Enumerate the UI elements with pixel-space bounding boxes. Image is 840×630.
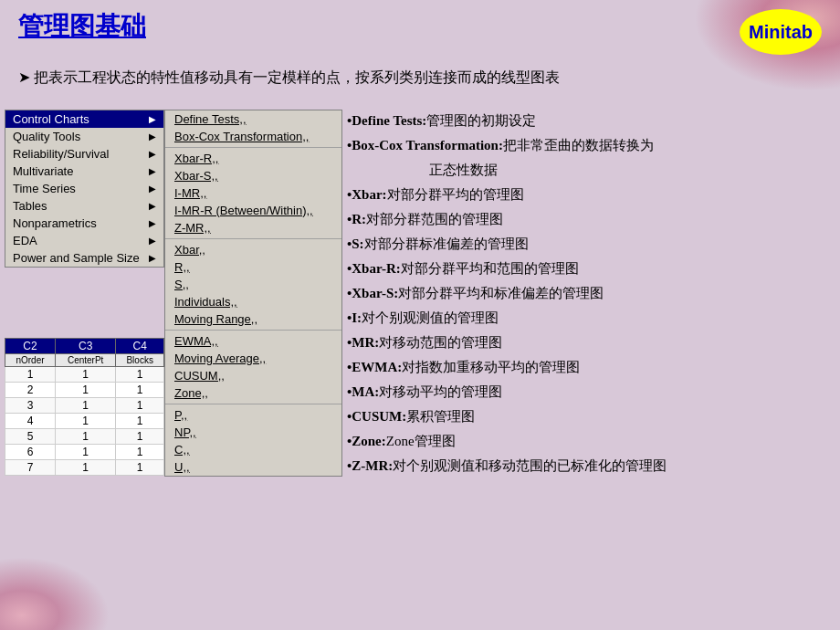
minitab-logo: Minitab — [740, 9, 822, 55]
submenu-box-cox[interactable]: Box-Cox Transformation,, — [165, 128, 341, 145]
arrow-icon-7: ▶ — [149, 236, 156, 246]
table-cell-3-1: 1 — [55, 414, 115, 429]
content-label: •Xbar-S: — [347, 286, 398, 300]
sidebar-label-power-sample: Power and Sample Size — [13, 251, 140, 265]
table-row: 611 — [5, 445, 164, 460]
submenu-xbar-s[interactable]: Xbar-S,, — [165, 167, 341, 184]
table-cell-3-0: 4 — [5, 414, 56, 429]
sidebar-item-reliability[interactable]: Reliability/Survival ▶ — [5, 145, 163, 163]
content-desc: 对指数加重移动平均的管理图 — [402, 360, 580, 374]
content-desc: Zone管理图 — [386, 434, 456, 448]
arrow-icon-4: ▶ — [149, 184, 156, 194]
table-row: 711 — [5, 460, 164, 476]
content-label: •R: — [347, 212, 366, 226]
table-row: 411 — [5, 414, 164, 429]
content-label: •MA: — [347, 384, 379, 399]
content-label: •Xbar-R: — [347, 261, 401, 276]
content-label: •Zone: — [347, 434, 386, 448]
content-desc: 对个别观测值和移动范围的已标准化的管理图 — [393, 458, 667, 473]
submenu-u[interactable]: U,, — [165, 458, 341, 476]
content-label: •S: — [347, 236, 364, 251]
table-cell-2-0: 3 — [5, 398, 56, 414]
submenu-imr[interactable]: I-MR,, — [165, 184, 341, 202]
content-desc: 对部分群标准偏差的管理图 — [364, 236, 529, 251]
content-label: •Box-Cox Transformation: — [347, 138, 503, 152]
submenu-define-tests[interactable]: Define Tests,, — [165, 110, 341, 128]
sidebar-label-quality-tools: Quality Tools — [13, 130, 80, 143]
content-item: •Xbar:对部分群平均的管理图 — [347, 184, 831, 205]
sidebar-item-tables[interactable]: Tables ▶ — [5, 197, 163, 215]
content-desc: 管理图的初期设定 — [426, 113, 536, 128]
submenu-cusum[interactable]: CUSUM,, — [165, 367, 341, 384]
submenu-zone[interactable]: Zone,, — [165, 384, 341, 402]
submenu-xbar[interactable]: Xbar,, — [165, 241, 341, 258]
content-item: •CUSUM:累积管理图 — [347, 405, 831, 427]
submenu-xbar-r[interactable]: Xbar-R,, — [165, 150, 341, 167]
submenu-imr-r[interactable]: I-MR-R (Between/Within),, — [165, 202, 341, 219]
content-item: •MR:对移动范围的管理图 — [347, 331, 831, 353]
submenu-ewma[interactable]: EWMA,, — [165, 332, 341, 350]
table-cell-0-1: 1 — [55, 367, 115, 383]
content-item: •Xbar-R:对部分群平均和范围的管理图 — [347, 257, 831, 279]
submenu-r[interactable]: R,, — [165, 258, 341, 276]
col-sub-blocks: Blocks — [116, 354, 164, 367]
table-cell-5-0: 6 — [5, 445, 56, 460]
content-desc: 对部分群平均的管理图 — [387, 187, 524, 202]
arrow-icon-5: ▶ — [149, 201, 156, 211]
separator-2 — [165, 238, 341, 239]
sidebar-label-eda: EDA — [13, 234, 37, 247]
table-cell-4-0: 5 — [5, 429, 56, 445]
table-cell-0-2: 1 — [116, 367, 164, 383]
content-label: •I: — [347, 310, 362, 325]
col-sub-norder: nOrder — [5, 354, 56, 367]
arrow-icon-3: ▶ — [149, 166, 156, 176]
sidebar-label-multivariate: Multivariate — [13, 164, 73, 178]
submenu-moving-range[interactable]: Moving Range,, — [165, 310, 341, 328]
content-desc: 对移动平均的管理图 — [379, 384, 502, 399]
sidebar-item-control-charts[interactable]: Control Charts ▶ — [5, 110, 163, 128]
sidebar-item-quality-tools[interactable]: Quality Tools ▶ — [5, 128, 163, 145]
sidebar-item-multivariate[interactable]: Multivariate ▶ — [5, 163, 163, 180]
data-table: C2 C3 C4 nOrder CenterPt Blocks 11121131… — [5, 338, 164, 476]
table-cell-1-0: 2 — [5, 383, 56, 398]
content-desc: 对部分群范围的管理图 — [366, 212, 503, 226]
data-table-area: C2 C3 C4 nOrder CenterPt Blocks 11121131… — [5, 338, 164, 476]
sidebar-item-power-sample[interactable]: Power and Sample Size ▶ — [5, 249, 163, 267]
separator-3 — [165, 330, 341, 331]
content-item: 正态性数据 — [347, 159, 831, 181]
sidebar-label-time-series: Time Series — [13, 182, 76, 195]
submenu-s[interactable]: S,, — [165, 276, 341, 293]
submenu-c[interactable]: C,, — [165, 441, 341, 458]
submenu-p[interactable]: P,, — [165, 406, 341, 424]
submenu-moving-average[interactable]: Moving Average,, — [165, 350, 341, 367]
content-item: •R:对部分群范围的管理图 — [347, 208, 831, 230]
sidebar-label-nonparametrics: Nonparametrics — [13, 216, 97, 230]
submenu-zmr[interactable]: Z-MR,, — [165, 219, 341, 236]
table-row: 311 — [5, 398, 164, 414]
content-label: •Z-MR: — [347, 458, 393, 473]
col-header-c4: C4 — [116, 339, 164, 354]
submenu: Define Tests,, Box-Cox Transformation,, … — [164, 110, 342, 477]
header: 管理图基础 — [18, 9, 146, 44]
content-item: •Xbar-S:对部分群平均和标准偏差的管理图 — [347, 282, 831, 304]
table-cell-2-1: 1 — [55, 398, 115, 414]
content-item: •EWMA:对指数加重移动平均的管理图 — [347, 356, 831, 378]
table-cell-6-1: 1 — [55, 460, 115, 476]
separator-1 — [165, 147, 341, 148]
sidebar-item-time-series[interactable]: Time Series ▶ — [5, 180, 163, 197]
submenu-individuals[interactable]: Individuals,, — [165, 293, 341, 310]
sidebar-label-tables: Tables — [13, 199, 47, 213]
table-cell-1-2: 1 — [116, 383, 164, 398]
sidebar-item-nonparametrics[interactable]: Nonparametrics ▶ — [5, 215, 163, 232]
arrow-icon-6: ▶ — [149, 218, 156, 228]
col-header-c2: C2 — [5, 339, 56, 354]
arrow-icon-0: ▶ — [149, 114, 156, 124]
sidebar-label-control-charts: Control Charts — [13, 112, 89, 126]
table-cell-4-1: 1 — [55, 429, 115, 445]
submenu-np[interactable]: NP,, — [165, 424, 341, 441]
content-item: •I:对个别观测值的管理图 — [347, 307, 831, 329]
sidebar-item-eda[interactable]: EDA ▶ — [5, 232, 163, 249]
table-cell-6-2: 1 — [116, 460, 164, 476]
content-item: •MA:对移动平均的管理图 — [347, 381, 831, 403]
content-desc: 对个别观测值的管理图 — [362, 310, 499, 325]
